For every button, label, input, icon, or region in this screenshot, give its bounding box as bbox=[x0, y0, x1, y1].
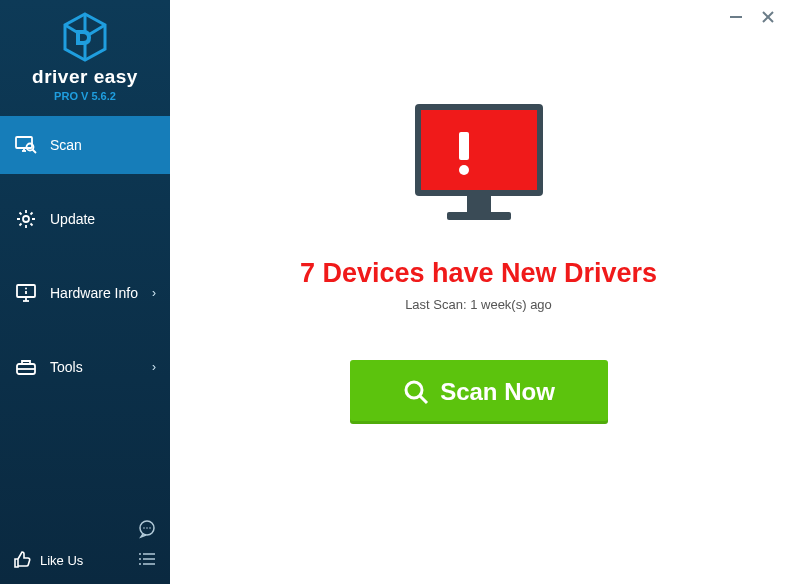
sidebar-item-label: Scan bbox=[50, 137, 82, 153]
monitor-info-icon bbox=[14, 281, 38, 305]
sidebar-item-tools[interactable]: Tools › bbox=[0, 338, 170, 396]
sidebar-item-label: Update bbox=[50, 211, 95, 227]
svg-line-34 bbox=[420, 396, 427, 403]
thumbs-up-icon bbox=[12, 550, 32, 570]
svg-rect-31 bbox=[467, 196, 491, 212]
brand-version: PRO V 5.6.2 bbox=[0, 90, 170, 102]
sidebar-item-label: Tools bbox=[50, 359, 83, 375]
like-us-button[interactable]: Like Us bbox=[12, 550, 83, 570]
svg-rect-28 bbox=[421, 110, 537, 190]
scan-result-headline: 7 Devices have New Drivers bbox=[300, 258, 657, 289]
search-icon bbox=[402, 378, 430, 406]
chevron-right-icon: › bbox=[152, 286, 156, 300]
svg-point-17 bbox=[149, 527, 151, 529]
svg-rect-29 bbox=[459, 132, 469, 160]
svg-point-18 bbox=[139, 553, 141, 555]
sidebar: driver easy PRO V 5.6.2 Scan bbox=[0, 0, 170, 584]
last-scan-text: Last Scan: 1 week(s) ago bbox=[405, 297, 552, 312]
sidebar-bottom: Like Us bbox=[0, 508, 170, 584]
svg-rect-1 bbox=[16, 137, 32, 148]
menu-list-icon[interactable] bbox=[136, 548, 158, 570]
nav: Scan Update bbox=[0, 116, 170, 396]
svg-point-30 bbox=[459, 165, 469, 175]
svg-point-15 bbox=[143, 527, 145, 529]
sidebar-item-update[interactable]: Update bbox=[0, 190, 170, 248]
sidebar-item-label: Hardware Info bbox=[50, 285, 138, 301]
feedback-icon[interactable] bbox=[136, 518, 158, 540]
close-button[interactable] bbox=[759, 8, 777, 26]
chevron-right-icon: › bbox=[152, 360, 156, 374]
toolbox-icon bbox=[14, 355, 38, 379]
titlebar bbox=[727, 8, 777, 26]
svg-point-20 bbox=[139, 558, 141, 560]
sidebar-item-hardware-info[interactable]: Hardware Info › bbox=[0, 264, 170, 322]
svg-rect-32 bbox=[447, 212, 511, 220]
svg-point-6 bbox=[23, 216, 29, 222]
brand-name: driver easy bbox=[0, 66, 170, 88]
alert-monitor-icon bbox=[399, 96, 559, 236]
svg-point-33 bbox=[406, 382, 422, 398]
svg-line-5 bbox=[33, 150, 37, 154]
gear-icon bbox=[14, 207, 38, 231]
minimize-button[interactable] bbox=[727, 8, 745, 26]
scan-now-label: Scan Now bbox=[440, 378, 555, 406]
svg-point-10 bbox=[25, 288, 27, 290]
monitor-search-icon bbox=[14, 133, 38, 157]
app-window: driver easy PRO V 5.6.2 Scan bbox=[0, 0, 787, 584]
like-us-label: Like Us bbox=[40, 553, 83, 568]
content: 7 Devices have New Drivers Last Scan: 1 … bbox=[170, 96, 787, 424]
svg-point-22 bbox=[139, 563, 141, 565]
svg-point-16 bbox=[146, 527, 148, 529]
logo-icon bbox=[0, 12, 170, 62]
main-panel: 7 Devices have New Drivers Last Scan: 1 … bbox=[170, 0, 787, 584]
sidebar-item-scan[interactable]: Scan bbox=[0, 116, 170, 174]
bottom-icons bbox=[136, 518, 158, 570]
scan-now-button[interactable]: Scan Now bbox=[350, 360, 608, 424]
logo-area: driver easy PRO V 5.6.2 bbox=[0, 0, 170, 108]
